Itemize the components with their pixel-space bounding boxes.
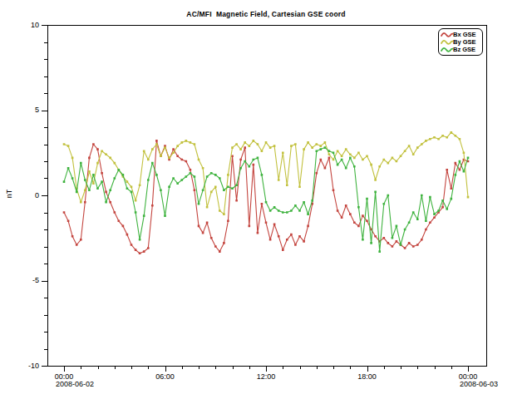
legend-line-sample-bx bbox=[441, 32, 453, 38]
x-tick-label: 00:00 bbox=[50, 372, 78, 381]
end-date-label: 2008-06-03 bbox=[460, 380, 498, 388]
x-tick-label: 06:00 bbox=[151, 372, 180, 381]
start-date-label: 2008-06-02 bbox=[56, 380, 94, 388]
legend-item-bx: Bx GSE bbox=[441, 31, 480, 38]
y-tick-label: -5 bbox=[14, 276, 39, 284]
y-tick-label: 10 bbox=[14, 21, 39, 29]
x-tick-label: 18:00 bbox=[353, 372, 382, 381]
y-tick-label: 0 bbox=[14, 191, 39, 200]
y-axis-title: nT bbox=[5, 190, 13, 199]
plot-frame bbox=[47, 25, 486, 366]
series-bz-line bbox=[64, 148, 468, 252]
legend-line-sample-by bbox=[441, 39, 453, 46]
legend-label-bz: Bz GSE bbox=[453, 47, 475, 53]
legend-label-bx: Bx GSE bbox=[453, 32, 476, 38]
series-bx-line bbox=[64, 140, 468, 253]
x-tick-label: 12:00 bbox=[252, 372, 280, 381]
legend: Bx GSEBy GSEBz GSE bbox=[438, 28, 483, 56]
legend-item-by: By GSE bbox=[441, 38, 480, 46]
series-bx-markers bbox=[63, 140, 470, 253]
legend-item-bz: Bz GSE bbox=[441, 46, 480, 53]
legend-line-sample-bz bbox=[441, 47, 453, 53]
chart-image: AC/MFI Magnetic Field, Cartesian GSE coo… bbox=[0, 0, 532, 399]
legend-label-by: By GSE bbox=[453, 39, 476, 46]
plot-area bbox=[0, 0, 532, 399]
y-tick-label: 5 bbox=[14, 106, 39, 114]
y-tick-label: -10 bbox=[14, 362, 39, 370]
x-tick-label: 00:00 bbox=[454, 372, 482, 381]
